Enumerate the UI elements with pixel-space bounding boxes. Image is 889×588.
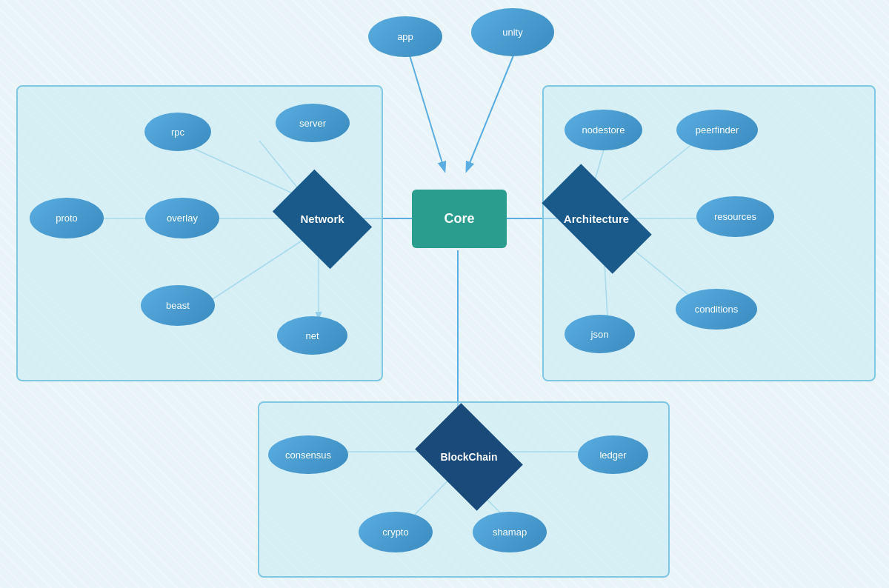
nodestore-node: nodestore (565, 110, 642, 150)
overlay-node: overlay (145, 198, 219, 238)
svg-line-1 (467, 56, 513, 170)
rpc-node: rpc (144, 113, 211, 151)
peerfinder-node: peerfinder (676, 110, 758, 150)
svg-line-0 (410, 56, 444, 170)
server-node: server (276, 104, 350, 142)
architecture-diamond: Architecture (537, 191, 656, 247)
resources-node: resources (696, 196, 774, 237)
beast-node: beast (141, 285, 215, 326)
unity-node: unity (471, 8, 554, 56)
app-node: app (368, 16, 442, 57)
network-diamond: Network (270, 191, 374, 247)
net-node: net (277, 316, 347, 355)
ledger-node: ledger (578, 435, 648, 474)
consensus-node: consensus (268, 435, 348, 474)
blockchain-diamond: BlockChain (413, 424, 525, 490)
shamap-node: shamap (473, 512, 547, 552)
proto-node: proto (30, 198, 104, 238)
conditions-node: conditions (676, 289, 757, 330)
crypto-node: crypto (359, 512, 433, 552)
json-node: json (565, 315, 635, 353)
core-node: Core (412, 190, 507, 248)
